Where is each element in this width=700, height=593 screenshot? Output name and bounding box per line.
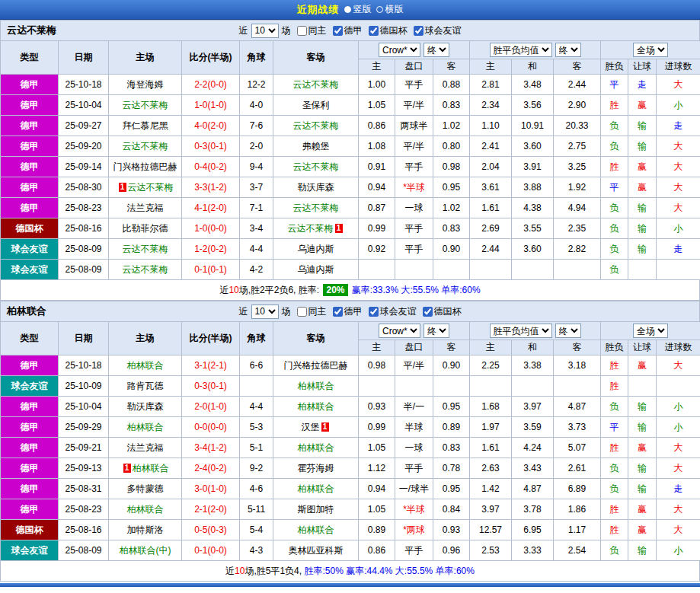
score: 1-0(0-0) [182,218,240,239]
odds-value [359,260,395,280]
odds-value: 一球 [395,198,433,218]
recent-matches-table: 类型 日期 主场 比分(半场) 角球 客场 Crow*终 胜平负均值终 全场 主… [0,40,700,280]
score: 2-0(1-0) [182,397,240,417]
avg-odds-value: 1.10 [470,116,512,136]
subcol-result: 胜负 [601,59,628,75]
home-team-cell: 柏林联合 [109,355,182,376]
team-name: 勒沃库森 [127,401,164,412]
avg-odds-header: 胜平负均值终 [470,322,601,340]
result-value: 小 [657,397,700,417]
result-value: 赢 [628,177,657,198]
fulltime-select[interactable]: 全场 [633,324,668,338]
avg-odds-value: 2.82 [554,239,601,260]
matches-tbody: 德甲25-10-18海登海姆2-2(0-0)12-2云达不莱梅1.00平手0.8… [1,75,700,280]
bookmaker-select[interactable]: Crow* [379,43,420,57]
avg-stage-select[interactable]: 终 [555,324,581,338]
fulltime-select[interactable]: 全场 [633,43,668,57]
odds-value: 两球半 [395,116,433,136]
league-type-badge: 球会友谊 [1,260,59,280]
recent-count-select[interactable]: 10 [251,304,279,319]
avg-odds-value: 1.68 [470,397,512,417]
team-name: 柏林联合 [127,422,164,432]
league-filter-bundesliga[interactable]: 德甲 [328,305,363,318]
subcol-avg-away: 客 [554,340,601,355]
recent-count-select[interactable]: 10 [251,24,279,38]
away-team-cell: 柏林联合 [273,376,359,397]
avg-odds-value: 3.97 [470,499,512,520]
result-value: 大 [657,75,700,95]
layout-option-vertical[interactable]: 竖版 [344,3,372,16]
team-name: 霍芬海姆 [298,463,334,473]
league-filter-dfb-pokal[interactable]: 德国杯 [418,305,462,318]
team-name: 勒沃库森 [298,182,334,193]
avg-odds-value: 3.25 [554,157,601,177]
same-venue-checkbox[interactable] [297,26,307,36]
layout-option-horizontal[interactable]: 横版 [376,3,404,16]
league-checkbox[interactable] [423,307,433,317]
match-date: 25-10-18 [59,355,109,376]
odds-value: 0.90 [433,239,470,260]
team-name: 法兰克福 [127,442,164,453]
team-name: 云达不莱梅 [293,79,339,90]
same-venue-filter[interactable]: 同主 [292,305,327,318]
odds-value: 0.98 [359,355,395,376]
league-filter-dfb-pokal[interactable]: 德国杯 [364,24,408,37]
league-checkbox[interactable] [333,307,343,317]
team-name: 云达不莱梅 [293,161,339,172]
league-type-badge: 德甲 [1,95,59,116]
score: 2-2(0-0) [182,75,240,95]
avg-odds-select[interactable]: 胜平负均值 [490,43,552,57]
odds-stage-select[interactable]: 终 [424,324,449,338]
subcol-avg-draw: 和 [512,340,554,355]
same-venue-label: 同主 [308,24,327,37]
league-type-badge: 德甲 [1,499,59,520]
avg-odds-value: 1.92 [554,177,601,198]
score: 0-3(0-1) [182,376,240,397]
league-filter-friendly[interactable]: 球会友谊 [409,24,462,37]
avg-odds-value [470,260,512,280]
league-checkbox[interactable] [333,26,343,36]
score: 0-3(0-1) [182,136,240,157]
home-team-cell: 门兴格拉德巴赫 [109,157,182,177]
odds-value: 平手 [395,458,433,479]
bottom-border [0,583,700,587]
team-name: 海登海姆 [127,79,164,90]
avg-odds-select[interactable]: 胜平负均值 [490,324,552,338]
league-type-badge: 德甲 [1,355,59,376]
odds-value: 平手 [395,218,433,239]
home-team-cell: 路肯瓦德 [109,376,182,397]
avg-odds-value [512,260,554,280]
team-name: 加特斯洛 [127,524,164,535]
result-value: 输 [628,540,657,561]
bookmaker-select[interactable]: Crow* [379,324,420,338]
league-checkbox[interactable] [369,307,379,317]
team-name: 圣保利 [302,100,330,110]
odds-stage-select[interactable]: 终 [424,43,449,57]
result-value: 赢 [628,438,657,458]
same-venue-filter[interactable]: 同主 [292,24,327,37]
radio-selected-icon[interactable] [344,6,351,13]
subcol-handicap: 盘口 [395,59,433,75]
odds-value: 平手 [395,157,433,177]
avg-stage-select[interactable]: 终 [555,43,581,57]
league-checkbox[interactable] [369,26,379,36]
summary-footer: 近10场,胜2平2负6, 胜率: 20% 赢率:33.3% 大:55.5% 单率… [0,280,700,301]
league-checkbox[interactable] [414,26,424,36]
match-row: 德甲25-09-27拜仁慕尼黑4-0(2-0)7-6云达不莱梅0.86两球半1.… [1,116,700,136]
team-name: 柏林联合 [133,463,169,473]
team-name: 柏林联合 [127,504,164,515]
league-filter-friendly[interactable]: 球会友谊 [364,305,417,318]
match-row: 德甲25-09-131柏林联合2-4(0-2)9-2霍芬海姆1.12平手0.78… [1,458,700,479]
team-name: 拜仁慕尼黑 [123,120,168,131]
odds-value: *半球 [395,177,433,198]
corners: 4-0 [240,95,273,116]
home-team-cell: 海登海姆 [109,75,182,95]
same-venue-checkbox[interactable] [297,307,307,317]
home-team-cell: 1柏林联合 [109,458,182,479]
team-name: 门兴格拉德巴赫 [113,161,177,172]
match-date: 25-08-16 [59,218,109,239]
league-filter-bundesliga[interactable]: 德甲 [328,24,363,37]
radio-unselected-icon[interactable] [376,6,383,13]
result-value: 大 [657,355,700,376]
home-team-cell: 云达不莱梅 [109,136,182,157]
